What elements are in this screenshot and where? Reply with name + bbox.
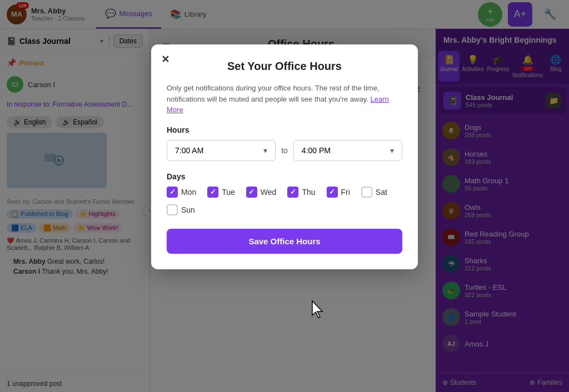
day-wed: ✓ Wed xyxy=(246,187,277,198)
checkmark-mon: ✓ xyxy=(169,188,176,196)
from-time-value: 7:00 AM xyxy=(175,146,203,155)
checkbox-fri[interactable]: ✓ xyxy=(327,187,338,198)
day-sat: Sat xyxy=(361,187,387,198)
main-layout: 📓 Class Journal ▾ Dates 📌 Pinned CI Cars… xyxy=(0,29,569,392)
to-time-value: 4:00 PM xyxy=(302,146,331,155)
day-sun-label: Sun xyxy=(181,205,195,214)
day-sat-label: Sat xyxy=(376,188,387,197)
checkbox-sat[interactable] xyxy=(361,187,372,198)
day-fri-label: Fri xyxy=(341,188,350,197)
checkmark-wed: ✓ xyxy=(248,188,254,196)
day-mon: ✓ Mon xyxy=(167,187,196,198)
checkbox-mon[interactable]: ✓ xyxy=(167,187,178,198)
checkmark-thu: ✓ xyxy=(290,188,296,196)
hours-label: Hours xyxy=(167,125,402,134)
checkbox-tue[interactable]: ✓ xyxy=(207,187,218,198)
checkbox-wed[interactable]: ✓ xyxy=(246,187,257,198)
cursor xyxy=(310,300,326,320)
to-time-arrow-icon: ▾ xyxy=(390,146,394,155)
day-tue-label: Tue xyxy=(222,188,235,197)
from-time-select[interactable]: 7:00 AM ▾ xyxy=(167,140,276,161)
day-tue: ✓ Tue xyxy=(207,187,235,198)
checkmark-fri: ✓ xyxy=(329,188,335,196)
dialog-description: Only get notifications during your offic… xyxy=(167,83,402,115)
to-label: to xyxy=(281,146,288,155)
days-label: Days xyxy=(167,172,402,181)
office-hours-dialog: ✕ Set Your Office Hours Only get notific… xyxy=(151,44,418,269)
day-fri: ✓ Fri xyxy=(327,187,350,198)
save-office-hours-button[interactable]: Save Office Hours xyxy=(167,229,402,254)
checkbox-thu[interactable]: ✓ xyxy=(287,187,298,198)
checkbox-sun[interactable] xyxy=(167,204,178,215)
hours-row: 7:00 AM ▾ to 4:00 PM ▾ xyxy=(167,140,402,161)
dialog-close-button[interactable]: ✕ xyxy=(161,53,169,66)
day-mon-label: Mon xyxy=(181,188,196,197)
dialog-title: Set Your Office Hours xyxy=(167,60,402,73)
modal-overlay[interactable]: ✕ Set Your Office Hours Only get notific… xyxy=(0,0,569,392)
day-thu: ✓ Thu xyxy=(287,187,315,198)
days-grid: ✓ Mon ✓ Tue ✓ Wed xyxy=(167,187,402,215)
day-thu-label: Thu xyxy=(302,188,315,197)
from-time-arrow-icon: ▾ xyxy=(263,146,267,155)
checkmark-tue: ✓ xyxy=(210,188,216,196)
day-wed-label: Wed xyxy=(261,188,277,197)
to-time-select[interactable]: 4:00 PM ▾ xyxy=(293,140,402,161)
day-sun: Sun xyxy=(167,204,195,215)
